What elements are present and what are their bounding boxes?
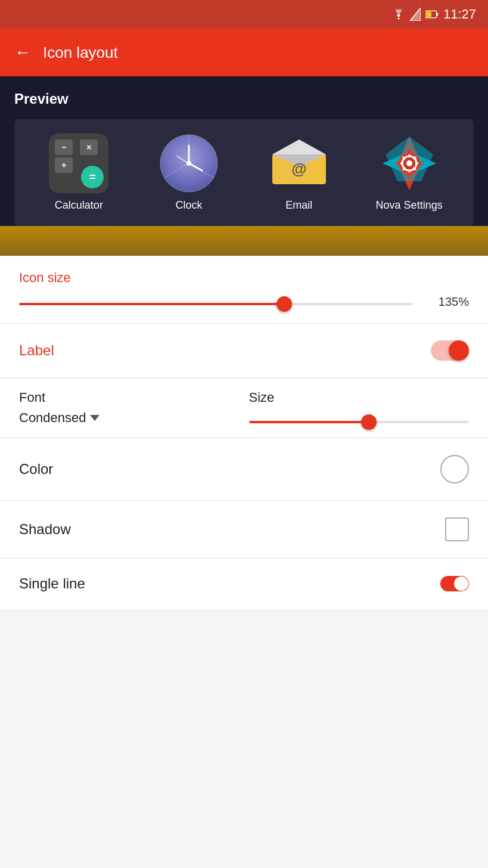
svg-point-29 [406,160,412,166]
svg-text:@: @ [291,160,306,178]
size-label: Size [249,390,470,405]
list-item: @ Email [254,134,344,212]
list-item: Clock [144,134,234,212]
status-bar: ⚡ 11:27 [0,0,488,29]
preview-background-bottom [0,226,488,256]
app-icon-label: Nova Settings [376,199,443,212]
app-icon-label: Email [285,199,312,212]
status-icons: ⚡ 11:27 [392,7,476,22]
app-bar-title: Icon layout [43,44,118,62]
preview-grid: − × + = Calculator [14,119,474,226]
icon-size-slider[interactable] [19,303,413,305]
calculator-icon: − × + = [49,134,108,193]
icon-size-value: 135% [427,295,469,309]
list-item: Nova Settings [365,134,454,212]
label-toggle[interactable] [431,340,469,361]
label-title: Label [19,342,54,359]
shadow-row: Shadow [0,501,488,559]
app-icon-label: Calculator [55,199,103,212]
font-value: Condensed [19,410,86,426]
single-line-row: Single line [0,559,488,609]
single-line-label: Single line [19,575,85,592]
svg-text:⚡: ⚡ [427,12,433,17]
single-line-toggle[interactable] [440,576,469,591]
icon-size-title: Icon size [19,270,469,286]
font-column: Font Condensed [19,378,240,438]
status-time: 11:27 [443,7,476,22]
list-item: − × + = Calculator [34,134,123,212]
font-size-row: Font Condensed Size [0,378,488,438]
color-picker[interactable] [440,455,469,483]
chevron-down-icon [90,415,100,421]
icon-size-group: Icon size 135% [0,256,488,324]
app-icon-label: Clock [176,199,203,212]
font-label: Font [19,390,240,405]
preview-section: Preview − × + = Calculator [0,76,488,226]
email-icon: @ [269,134,329,193]
label-row: Label [0,324,488,378]
svg-rect-25 [408,172,411,176]
settings-section: Icon size 135% Label Font Condensed Size [0,256,488,609]
svg-rect-26 [396,162,401,165]
clock-icon [159,134,219,193]
font-size-slider[interactable] [249,421,470,423]
icon-size-slider-row: 135% [19,295,469,309]
svg-rect-24 [408,150,411,155]
svg-rect-27 [418,162,422,165]
nova-settings-icon [380,134,439,193]
color-row: Color [0,438,488,501]
app-bar: ← Icon layout [0,29,488,76]
signal-icon [410,8,421,21]
svg-rect-3 [437,13,439,16]
back-button[interactable]: ← [14,44,31,61]
shadow-checkbox[interactable] [445,517,469,541]
battery-icon: ⚡ [425,9,439,20]
wifi-icon [392,9,405,20]
font-select-button[interactable]: Condensed [19,410,240,426]
size-column: Size [240,378,470,438]
color-label: Color [19,461,53,478]
shadow-label: Shadow [19,521,71,538]
preview-label: Preview [14,91,474,107]
